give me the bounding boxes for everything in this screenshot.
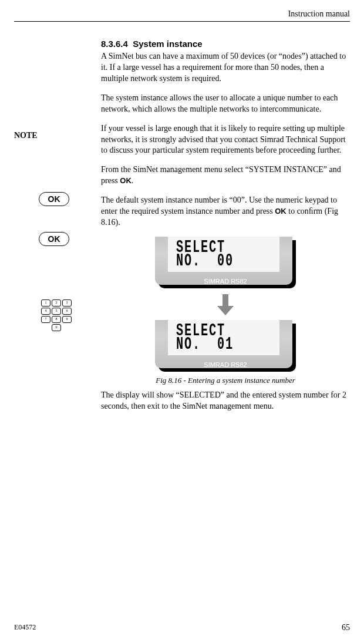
paragraph: From the SimNet management menu select “… (101, 164, 350, 187)
main-content: 8.3.6.4 System instance A SimNet bus can… (101, 38, 350, 420)
keypad-key: 0 (52, 324, 61, 331)
ok-button-icon: OK (39, 232, 69, 246)
arrow-down-icon (216, 294, 235, 315)
keypad-key: 9 (62, 316, 72, 323)
lcd-display-after: SELECT NO. 01 SIMRAD RS82 (155, 320, 296, 372)
keypad-key: 5 (52, 308, 61, 315)
keypad-key: 7 (41, 316, 50, 323)
keypad-key: 3 (62, 299, 72, 307)
paragraph: A SimNet bus can have a maximum of 50 de… (101, 51, 350, 85)
figure-caption: Fig 8.16 - Entering a system instance nu… (101, 375, 350, 386)
paragraph: The default system instance number is “0… (101, 195, 350, 228)
paragraph: The display will show “SELECTED” and the… (101, 390, 350, 412)
keypad-key: 2 (52, 299, 61, 307)
page-header: Instruction manual (14, 9, 350, 22)
note-label: NOTE (14, 131, 38, 140)
doc-number: E04572 (14, 623, 36, 632)
lcd-display-before: SELECT NO. 00 SIMRAD RS82 (155, 237, 296, 288)
paragraph: The system instance allows the user to a… (101, 93, 350, 115)
keypad-key: 4 (41, 308, 50, 315)
page-footer: E04572 65 (14, 623, 350, 632)
paragraph: If your vessel is large enough that it i… (101, 123, 350, 157)
numeric-keypad-icon: 1 2 3 4 5 6 7 8 9 0 (40, 299, 73, 332)
keypad-key: 6 (62, 308, 72, 315)
keypad-key: 1 (41, 299, 50, 307)
page-number: 65 (342, 623, 350, 632)
keypad-key: 8 (52, 316, 61, 323)
ok-button-icon: OK (39, 192, 69, 206)
section-heading: 8.3.6.4 System instance (101, 38, 350, 50)
sidebar: NOTE OK OK 1 2 3 4 5 6 7 8 9 (14, 38, 101, 420)
figure: SELECT NO. 00 SIMRAD RS82 SELECT (101, 237, 350, 372)
svg-marker-1 (217, 306, 234, 315)
svg-rect-0 (223, 294, 228, 306)
